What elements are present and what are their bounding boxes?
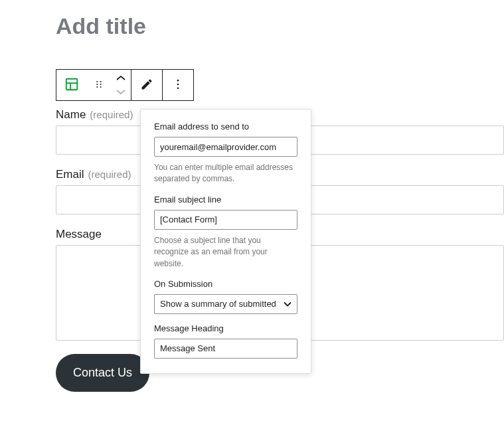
send-to-input[interactable] [154, 137, 297, 157]
on-submission-value: Show a summary of submitted [160, 299, 276, 309]
svg-point-10 [177, 83, 179, 85]
svg-point-7 [96, 86, 98, 87]
svg-point-5 [96, 83, 98, 84]
drag-handle-icon [94, 79, 104, 92]
svg-point-3 [96, 80, 98, 82]
subject-input[interactable] [154, 210, 297, 230]
edit-button[interactable] [131, 70, 162, 100]
submit-button[interactable]: Contact Us [56, 354, 149, 392]
svg-point-4 [100, 80, 102, 82]
chevron-up-icon [116, 73, 126, 83]
on-submission-select[interactable]: Show a summary of submitted [154, 294, 297, 314]
on-submission-label: On Submission [154, 279, 297, 289]
pencil-icon [140, 78, 153, 93]
subject-label: Email subject line [154, 195, 297, 205]
page-title[interactable]: Add title [56, 13, 146, 39]
more-options-button[interactable] [163, 70, 193, 100]
svg-point-9 [177, 79, 179, 81]
message-heading-label: Message Heading [154, 323, 297, 333]
svg-point-8 [100, 86, 102, 87]
block-toolbar [56, 69, 194, 101]
more-vertical-icon [171, 78, 185, 93]
svg-point-6 [100, 83, 102, 84]
message-label-text: Message [56, 228, 102, 241]
form-block-icon [64, 77, 79, 94]
svg-point-11 [177, 87, 179, 89]
move-up-button[interactable] [116, 73, 126, 83]
drag-handle-button[interactable] [87, 70, 111, 100]
subject-help: Choose a subject line that you recognize… [154, 235, 297, 270]
toolbar-group-block [56, 70, 131, 100]
block-type-button[interactable] [56, 70, 87, 100]
form-settings-popover: Email address to send to You can enter m… [140, 109, 311, 374]
message-heading-input[interactable] [154, 339, 297, 359]
move-down-button[interactable] [116, 87, 126, 97]
chevron-down-icon [116, 87, 126, 97]
svg-rect-0 [66, 78, 78, 90]
send-to-label: Email address to send to [154, 122, 297, 131]
name-required-tag: (required) [90, 109, 133, 120]
mover-buttons [111, 73, 131, 97]
toolbar-group-more [163, 70, 193, 100]
send-to-help: You can enter multiple email addresses s… [154, 162, 297, 185]
toolbar-group-edit [131, 70, 163, 100]
name-label-text: Name [56, 108, 86, 122]
chevron-down-icon [284, 299, 292, 309]
email-required-tag: (required) [88, 169, 131, 180]
email-label-text: Email [56, 168, 84, 181]
